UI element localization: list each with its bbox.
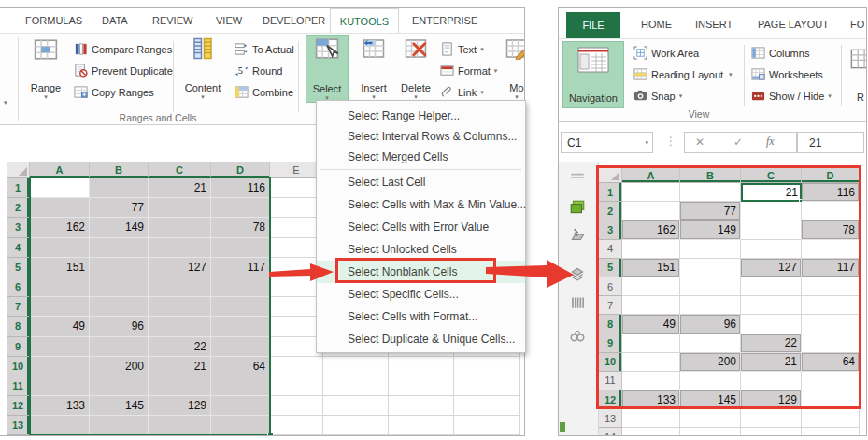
cell-C14[interactable] xyxy=(149,435,211,436)
to-actual-button[interactable]: To Actual xyxy=(235,41,294,57)
delete-button[interactable]: Delete ▾ xyxy=(395,37,436,101)
row-header-13[interactable]: 13 xyxy=(599,409,622,428)
cell-A10[interactable] xyxy=(622,353,680,372)
cell-A6[interactable] xyxy=(622,277,680,296)
cell-A11[interactable] xyxy=(622,372,680,390)
menu-item-select-specific-cells[interactable]: Select Specific Cells... xyxy=(317,283,525,305)
column-header-D[interactable]: D xyxy=(211,162,270,178)
cell-C11[interactable] xyxy=(149,376,211,396)
cell-B6[interactable] xyxy=(680,277,741,296)
fill-handle[interactable] xyxy=(267,433,274,436)
partial-ribbon-button[interactable]: R xyxy=(847,41,867,108)
cell-E14[interactable] xyxy=(270,435,323,436)
name-box[interactable]: C1 ▾ xyxy=(561,132,653,153)
cell-D8[interactable] xyxy=(802,315,860,334)
cell-B4[interactable] xyxy=(90,238,149,258)
cell-D4[interactable] xyxy=(211,238,270,258)
cell-A13[interactable] xyxy=(30,416,90,435)
fill-handle[interactable] xyxy=(799,199,802,202)
menu-item-select-cells-with-max-min-value[interactable]: Select Cells with Max & Min Value... xyxy=(317,193,525,216)
row-header-11[interactable]: 11 xyxy=(599,372,622,390)
cell-D8[interactable] xyxy=(211,317,270,336)
tab-page-layout[interactable]: PAGE LAYOUT xyxy=(758,19,829,30)
menu-item-select-unlocked-cells[interactable]: Select Unlocked Cells xyxy=(317,238,525,261)
cell-D14[interactable] xyxy=(211,435,270,436)
cell-D3[interactable]: 78 xyxy=(211,218,270,237)
cell-B9[interactable] xyxy=(680,334,741,353)
cell-C11[interactable] xyxy=(741,372,802,390)
cell-C7[interactable] xyxy=(741,296,802,315)
cell-C1[interactable]: 21 xyxy=(741,183,802,202)
cell-A5[interactable]: 151 xyxy=(622,259,680,277)
cell-C6[interactable] xyxy=(149,277,211,297)
cell-D11[interactable] xyxy=(802,372,860,390)
cell-C12[interactable]: 129 xyxy=(741,390,802,409)
row-header-10[interactable]: 10 xyxy=(599,353,622,372)
row-header-9[interactable]: 9 xyxy=(599,334,622,353)
cell-F14[interactable] xyxy=(323,435,389,436)
menu-item-select-range-helper[interactable]: Select Range Helper... xyxy=(317,106,525,126)
cell-B3[interactable]: 149 xyxy=(680,220,741,239)
layers-icon[interactable] xyxy=(569,264,586,281)
cell-D1[interactable]: 116 xyxy=(211,178,270,198)
cell-B12[interactable]: 145 xyxy=(680,390,741,409)
cell-D2[interactable] xyxy=(802,202,860,220)
row-header-2[interactable]: 2 xyxy=(7,198,30,218)
text-menu-button[interactable]: Text ▾ xyxy=(440,41,484,57)
cell-G14[interactable] xyxy=(389,435,454,436)
menu-item-select-cells-with-error-value[interactable]: Select Cells with Error Value xyxy=(317,216,525,238)
row-header-6[interactable]: 6 xyxy=(599,277,622,296)
column-bars-icon[interactable] xyxy=(569,294,586,311)
row-header-14[interactable]: 14 xyxy=(7,435,30,436)
row-header-3[interactable]: 3 xyxy=(599,220,622,239)
tab-insert[interactable]: INSERT xyxy=(695,19,733,30)
tab-formulas[interactable]: FORMULAS xyxy=(25,15,82,26)
cell-B13[interactable] xyxy=(90,416,149,435)
cell-A1[interactable] xyxy=(622,183,680,202)
row-header-1[interactable]: 1 xyxy=(599,183,622,202)
cell-D12[interactable] xyxy=(802,390,860,409)
row-header-3[interactable]: 3 xyxy=(7,218,30,237)
menu-item-select-last-cell[interactable]: Select Last Cell xyxy=(317,171,525,193)
row-header-9[interactable]: 9 xyxy=(7,337,30,357)
row-header-8[interactable]: 8 xyxy=(7,317,30,336)
navigation-button[interactable]: Navigation xyxy=(562,41,624,108)
cell-C9[interactable]: 22 xyxy=(149,337,211,357)
row-header-4[interactable]: 4 xyxy=(599,240,622,259)
range-button[interactable]: Range ▾ xyxy=(23,37,68,101)
cell-A6[interactable] xyxy=(30,277,90,297)
cell-G10[interactable] xyxy=(389,357,454,376)
cell-B1[interactable] xyxy=(90,178,149,198)
snap-range-icon[interactable] xyxy=(569,227,586,244)
cell-C13[interactable] xyxy=(149,416,211,435)
dots-separator-icon[interactable]: ⋮ xyxy=(665,135,676,148)
cell-F13[interactable] xyxy=(323,416,389,435)
row-header-12[interactable]: 12 xyxy=(599,390,622,409)
cell-G12[interactable] xyxy=(389,396,454,416)
cell-C1[interactable]: 21 xyxy=(149,178,211,198)
cell-A2[interactable] xyxy=(30,198,90,218)
cell-E10[interactable] xyxy=(270,357,323,376)
cell-D14[interactable] xyxy=(802,428,860,436)
row-header-6[interactable]: 6 xyxy=(7,277,30,297)
cell-F12[interactable] xyxy=(323,396,389,416)
columns-button[interactable]: Columns xyxy=(751,45,809,61)
content-button[interactable]: Content ▾ xyxy=(178,37,227,101)
cell-D5[interactable]: 117 xyxy=(211,258,270,277)
cell-A4[interactable] xyxy=(30,238,90,258)
cell-G13[interactable] xyxy=(389,416,454,435)
row-header-2[interactable]: 2 xyxy=(599,202,622,220)
more-button-partial[interactable]: Mo ▾ xyxy=(498,37,525,101)
cell-D7[interactable] xyxy=(802,296,860,315)
formula-bar-value[interactable]: 21 xyxy=(797,132,864,153)
cell-A10[interactable] xyxy=(30,357,90,376)
row-header-7[interactable]: 7 xyxy=(599,296,622,315)
cell-B13[interactable] xyxy=(680,409,741,428)
tab-file[interactable]: FILE xyxy=(566,12,620,38)
column-header-C[interactable]: C xyxy=(149,162,211,178)
cell-H14[interactable] xyxy=(454,435,520,436)
menu-item-select-cells-with-format[interactable]: Select Cells with Format... xyxy=(317,305,525,328)
cell-A14[interactable] xyxy=(622,428,680,436)
cell-B3[interactable]: 149 xyxy=(90,218,149,237)
cell-A1[interactable] xyxy=(30,178,90,198)
